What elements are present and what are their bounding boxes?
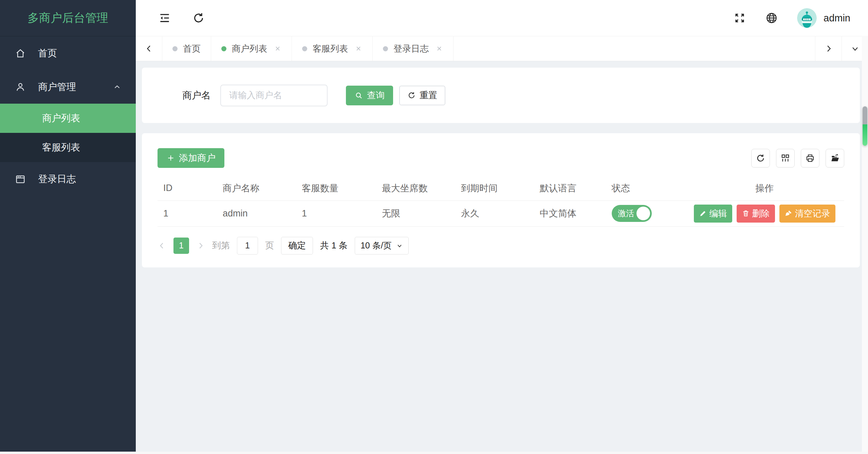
cell-id: 1 [158,200,217,226]
tab-service-list[interactable]: 客服列表 [292,36,373,61]
tabs-scroll-right-button[interactable] [815,36,842,61]
goto-page-input[interactable] [237,237,258,255]
column-header-service-count: 客服数量 [296,176,376,200]
column-header-status: 状态 [606,176,679,200]
prev-page-button[interactable] [158,241,166,250]
user-icon [15,82,26,92]
table-toolbar: 添加商户 [158,148,844,168]
reset-button-label: 重置 [420,89,437,101]
status-toggle[interactable]: 激活 [612,205,652,222]
table-row: 1 admin 1 无限 永久 中文简体 激活 [158,200,844,226]
vertical-scrollbar-thumb[interactable] [863,106,867,146]
print-button[interactable] [801,149,819,168]
clear-records-label: 清空记录 [795,208,830,220]
tabbar: 首页 商户列表 客服列表 登录日志 [136,36,868,61]
topbar-right: admin [733,8,850,28]
user-menu[interactable]: admin [797,8,850,28]
close-icon[interactable] [274,45,281,52]
tab-label: 客服列表 [313,43,348,55]
chevron-down-icon [396,242,403,249]
total-count-label: 共 1 条 [320,240,348,251]
sidebar-item-home[interactable]: 首页 [0,36,136,70]
close-icon[interactable] [436,45,443,52]
horizontal-scrollbar-track[interactable] [0,452,868,454]
chevron-right-icon [824,44,833,53]
column-header-id: ID [158,176,217,200]
next-page-button[interactable] [196,241,205,250]
close-icon[interactable] [355,45,362,52]
search-label: 商户名 [182,89,211,102]
export-icon [830,153,840,163]
edit-button-label: 编辑 [709,208,727,220]
topbar: admin [136,0,868,36]
column-filter-button[interactable] [776,149,795,168]
cell-max-seats: 无限 [376,200,455,226]
delete-button[interactable]: 删除 [737,205,775,223]
column-header-expire: 到期时间 [455,176,534,200]
sidebar-item-service-list[interactable]: 客服列表 [0,133,136,162]
confirm-page-button[interactable]: 确定 [281,237,313,255]
tabs: 首页 商户列表 客服列表 登录日志 [162,36,454,61]
tab-label: 首页 [183,43,201,55]
chevron-left-icon [144,44,154,53]
reset-button[interactable]: 重置 [399,86,445,105]
tab-login-log[interactable]: 登录日志 [373,36,454,61]
tab-merchant-list[interactable]: 商户列表 [211,36,292,61]
delete-icon [742,209,750,217]
refresh-icon [756,153,765,163]
tab-dot [302,46,307,51]
sidebar-item-label: 首页 [38,47,57,60]
tab-label: 商户列表 [232,43,267,55]
column-header-language: 默认语言 [534,176,606,200]
username: admin [824,13,850,24]
refresh-icon [407,91,416,100]
clear-records-button[interactable]: 清空记录 [779,205,835,223]
tab-label: 登录日志 [393,43,429,55]
chevron-up-icon [113,83,122,91]
sidebar-item-label: 商户管理 [38,81,76,93]
sidebar-item-merchant-group[interactable]: 商户管理 [0,70,136,104]
fullscreen-icon [733,12,746,24]
sidebar-item-merchant-list[interactable]: 商户列表 [0,104,136,133]
row-actions: 编辑 删除 清空记录 [685,205,844,223]
edit-button[interactable]: 编辑 [694,205,732,223]
table-header-row: ID 商户名称 客服数量 最大坐席数 到期时间 默认语言 状态 操作 [158,176,844,200]
table-tools [751,149,844,168]
cell-language: 中文简体 [534,200,606,226]
add-merchant-label: 添加商户 [179,152,216,164]
search-panel: 商户名 查询 重置 [142,68,860,123]
app-title: 多商户后台管理 [0,0,136,36]
vertical-scrollbar-track[interactable] [862,37,868,452]
query-button-label: 查询 [367,89,385,101]
add-merchant-button[interactable]: 添加商户 [158,148,224,168]
tabs-scroll-left-button[interactable] [136,36,162,61]
merchant-name-input[interactable] [220,85,328,106]
page-size-label: 10 条/页 [361,240,392,251]
tab-home[interactable]: 首页 [162,36,211,61]
print-icon [805,153,815,163]
page-number-button[interactable]: 1 [173,238,189,254]
cell-name: admin [217,200,296,226]
refresh-page-button[interactable] [192,12,205,24]
menu-fold-icon [158,12,171,24]
sidebar-item-label: 商户列表 [42,112,80,125]
sidebar-item-label: 客服列表 [42,141,80,154]
refresh-table-button[interactable] [751,149,770,168]
sidebar-item-login-log[interactable]: 登录日志 [0,162,136,196]
tab-dot [221,46,226,51]
sidebar-submenu: 商户列表 客服列表 [0,104,136,162]
cell-status: 激活 [606,200,679,226]
collapse-sidebar-button[interactable] [158,12,171,24]
fullscreen-button[interactable] [733,12,746,24]
tab-dot [383,46,388,51]
language-button[interactable] [765,12,778,24]
chevron-down-icon [850,44,860,53]
query-button[interactable]: 查询 [346,86,393,105]
plus-icon [166,154,175,162]
merchant-table-panel: 添加商户 [142,133,860,267]
columns-icon [780,153,790,163]
export-button[interactable] [826,149,844,168]
toggle-knob [636,207,650,220]
page-size-select[interactable]: 10 条/页 [355,237,409,255]
app-root: 多商户后台管理 首页 商户管理 商户列表 客服列表 登录日志 [0,0,868,454]
